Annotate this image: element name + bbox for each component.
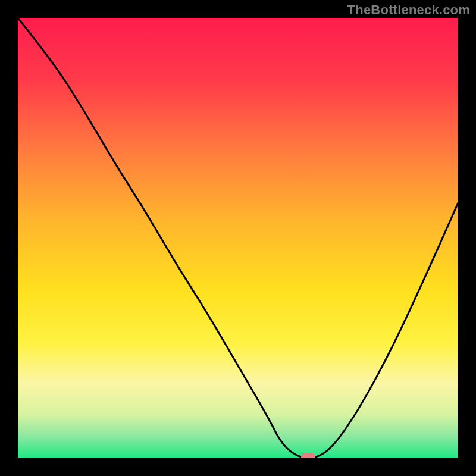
chart-frame: TheBottleneck.com [0, 0, 476, 476]
bottleneck-curve [18, 18, 458, 458]
watermark-text: TheBottleneck.com [347, 2, 470, 18]
plot-area [18, 18, 458, 458]
optimal-marker [301, 453, 315, 458]
